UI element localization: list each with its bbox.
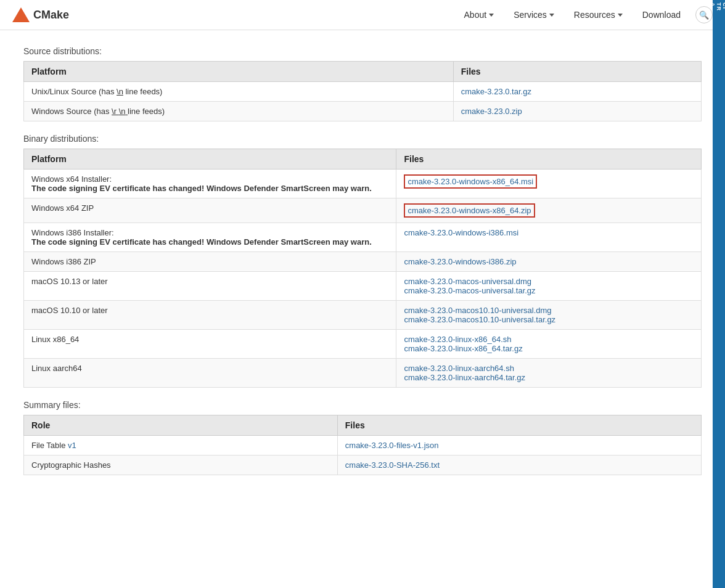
files-cell: cmake-3.23.0-windows-x86_64.msi — [396, 169, 702, 198]
file-link[interactable]: cmake-3.23.0-windows-x86_64.zip — [404, 203, 535, 218]
nav-links: About Services Resources Download — [454, 0, 713, 30]
nav-services[interactable]: Services — [504, 0, 564, 30]
role-cell: File Table v1 — [24, 436, 338, 455]
table-row: Windows i386 Installer:The code signing … — [24, 223, 702, 252]
platform-cell: Unix/Linux Source (has \n line feeds) — [24, 82, 454, 102]
file-link[interactable]: cmake-3.23.0-macos10.10-universal.dmg — [404, 306, 551, 315]
table-row: Linux x86_64cmake-3.23.0-linux-x86_64.sh… — [24, 330, 702, 359]
platform-cell: macOS 10.13 or later — [24, 272, 396, 301]
summary-section-label: Summary files: — [23, 400, 702, 410]
source-table-header-row: Platform Files — [24, 62, 702, 82]
file-link[interactable]: cmake-3.23.0-macos-universal.dmg — [404, 277, 531, 286]
platform-cell: Linux x86_64 — [24, 330, 396, 359]
side-banner-text: CITRA — [710, 2, 725, 11]
platform-cell: Windows x64 ZIP — [24, 198, 396, 223]
files-cell: cmake-3.23.0-windows-i386.msi — [396, 223, 702, 252]
table-row: Windows x64 ZIPcmake-3.23.0-windows-x86_… — [24, 198, 702, 223]
table-row: Windows i386 ZIPcmake-3.23.0-windows-i38… — [24, 252, 702, 272]
table-row: Cryptographic Hashescmake-3.23.0-SHA-256… — [24, 455, 702, 475]
file-link[interactable]: cmake-3.23.0-linux-aarch64.sh — [404, 364, 514, 373]
platform-cell: Windows i386 ZIP — [24, 252, 396, 272]
summary-table: Role Files File Table v1cmake-3.23.0-fil… — [23, 415, 702, 475]
files-cell: cmake-3.23.0-windows-x86_64.zip — [396, 198, 702, 223]
files-cell: cmake-3.23.0-files-v1.json — [337, 436, 701, 455]
files-cell: cmake-3.23.0.tar.gz — [453, 82, 701, 102]
binary-table: Platform Files Windows x64 Installer:The… — [23, 149, 702, 388]
files-cell: cmake-3.23.0-SHA-256.txt — [337, 455, 701, 475]
files-cell: cmake-3.23.0-linux-aarch64.shcmake-3.23.… — [396, 359, 702, 388]
table-row: macOS 10.10 or latercmake-3.23.0-macos10… — [24, 301, 702, 330]
files-cell: cmake-3.23.0-macos-universal.dmgcmake-3.… — [396, 272, 702, 301]
binary-files-header: Files — [396, 149, 702, 169]
platform-cell: Linux aarch64 — [24, 359, 396, 388]
files-cell: cmake-3.23.0-windows-i386.zip — [396, 252, 702, 272]
logo-text: CMake — [33, 9, 69, 22]
binary-platform-header: Platform — [24, 149, 396, 169]
cmake-logo-icon — [12, 7, 30, 22]
summary-role-header: Role — [24, 415, 338, 436]
table-row: File Table v1cmake-3.23.0-files-v1.json — [24, 436, 702, 455]
platform-cell: Windows x64 Installer:The code signing E… — [24, 169, 396, 198]
main-content: Source distributions: Platform Files Uni… — [11, 30, 714, 512]
files-cell: cmake-3.23.0.zip — [453, 102, 701, 121]
summary-files-header: Files — [337, 415, 701, 436]
summary-table-header-row: Role Files — [24, 415, 702, 436]
platform-cell: Windows i386 Installer:The code signing … — [24, 223, 396, 252]
source-table: Platform Files Unix/Linux Source (has \n… — [23, 61, 702, 121]
source-section-label: Source distributions: — [23, 46, 702, 56]
file-link[interactable]: cmake-3.23.0-macos-universal.tar.gz — [404, 286, 535, 295]
platform-cell: macOS 10.10 or later — [24, 301, 396, 330]
table-row: Windows x64 Installer:The code signing E… — [24, 169, 702, 198]
file-link[interactable]: cmake-3.23.0.zip — [461, 107, 522, 116]
logo[interactable]: CMake — [12, 7, 69, 22]
files-cell: cmake-3.23.0-linux-x86_64.shcmake-3.23.0… — [396, 330, 702, 359]
table-row: Linux aarch64cmake-3.23.0-linux-aarch64.… — [24, 359, 702, 388]
file-link[interactable]: cmake-3.23.0-linux-x86_64.sh — [404, 335, 511, 344]
binary-section-label: Binary distributions: — [23, 134, 702, 144]
source-platform-header: Platform — [24, 62, 454, 82]
file-link[interactable]: cmake-3.23.0-windows-i386.zip — [404, 257, 516, 266]
nav-about[interactable]: About — [454, 0, 504, 30]
file-link[interactable]: cmake-3.23.0-windows-x86_64.msi — [404, 174, 537, 189]
file-link[interactable]: cmake-3.23.0-macos10.10-universal.tar.gz — [404, 315, 555, 324]
file-link[interactable]: cmake-3.23.0-SHA-256.txt — [345, 460, 440, 470]
chevron-down-icon — [618, 14, 623, 17]
table-row: Windows Source (has \r \n line feeds)cma… — [24, 102, 702, 121]
files-cell: cmake-3.23.0-macos10.10-universal.dmgcma… — [396, 301, 702, 330]
file-link[interactable]: cmake-3.23.0-windows-i386.msi — [404, 228, 518, 237]
navbar: CMake About Services Resources Download — [0, 0, 725, 30]
file-link[interactable]: cmake-3.23.0-files-v1.json — [345, 441, 439, 450]
file-link[interactable]: cmake-3.23.0.tar.gz — [461, 87, 531, 96]
table-row: macOS 10.13 or latercmake-3.23.0-macos-u… — [24, 272, 702, 301]
file-link[interactable]: cmake-3.23.0-linux-x86_64.tar.gz — [404, 344, 522, 353]
binary-table-header-row: Platform Files — [24, 149, 702, 169]
table-row: Unix/Linux Source (has \n line feeds)cma… — [24, 82, 702, 102]
source-files-header: Files — [453, 62, 701, 82]
chevron-down-icon — [549, 14, 554, 17]
side-banner: CITRA — [713, 0, 725, 512]
nav-resources[interactable]: Resources — [564, 0, 633, 30]
platform-cell: Windows Source (has \r \n line feeds) — [24, 102, 454, 121]
role-version-link[interactable]: v1 — [68, 441, 76, 450]
file-link[interactable]: cmake-3.23.0-linux-aarch64.tar.gz — [404, 373, 525, 382]
role-cell: Cryptographic Hashes — [24, 455, 338, 475]
nav-download[interactable]: Download — [633, 0, 690, 30]
chevron-down-icon — [489, 14, 494, 17]
